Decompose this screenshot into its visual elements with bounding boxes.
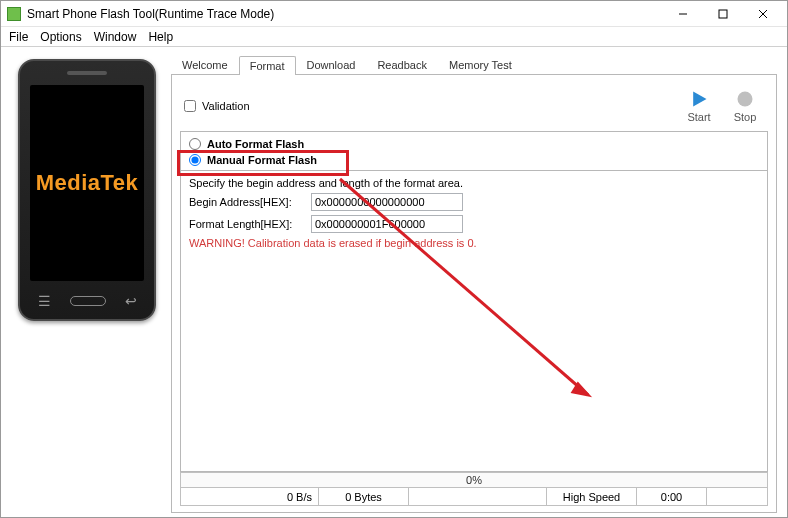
home-softkey-icon [70,296,106,306]
status-bytes: 0 Bytes [319,488,409,505]
status-mode: High Speed [547,488,637,505]
progress-bar: 0% [180,472,768,488]
bottom-bars: 0% 0 B/s 0 Bytes High Speed 0:00 [180,472,768,506]
format-toolbar: Validation Start Stop [180,81,768,131]
radio-manual-format[interactable]: Manual Format Flash [189,154,759,166]
title-bar: Smart Phone Flash Tool(Runtime Trace Mod… [1,1,787,27]
validation-label: Validation [202,100,250,112]
menu-bar: File Options Window Help [1,27,787,47]
maximize-button[interactable] [703,2,743,26]
menu-options[interactable]: Options [40,30,81,44]
tab-bar: Welcome Format Download Readback Memory … [171,53,777,75]
validation-checkbox[interactable]: Validation [184,100,250,112]
status-bar: 0 B/s 0 Bytes High Speed 0:00 [180,488,768,506]
format-tab-page: Validation Start Stop Auto Format Flash [171,75,777,513]
phone-screen: MediaTek [30,85,144,281]
format-fields-group: Specify the begin address and length of … [180,171,768,472]
fields-description: Specify the begin address and length of … [189,177,759,189]
status-empty [707,488,767,505]
phone-brand-label: MediaTek [36,170,139,196]
validation-checkbox-input[interactable] [184,100,196,112]
format-length-row: Format Length[HEX]: [189,215,759,233]
radio-auto-format-label: Auto Format Flash [207,138,304,150]
back-softkey-icon: ↩ [125,293,137,309]
begin-address-input[interactable] [311,193,463,211]
app-icon [7,7,21,21]
svg-marker-4 [693,92,706,107]
tab-memory-test[interactable]: Memory Test [438,55,523,74]
play-icon [689,89,709,109]
tab-readback[interactable]: Readback [366,55,438,74]
device-preview-pane: MediaTek ☰ ↩ [1,47,171,517]
minimize-button[interactable] [663,2,703,26]
tab-format[interactable]: Format [239,56,296,75]
menu-softkey-icon: ☰ [38,293,51,309]
menu-file[interactable]: File [9,30,28,44]
phone-nav-buttons: ☰ ↩ [20,289,154,319]
svg-point-5 [738,92,753,107]
menu-window[interactable]: Window [94,30,137,44]
close-button[interactable] [743,2,783,26]
format-length-input[interactable] [311,215,463,233]
stop-button[interactable]: Stop [722,89,768,123]
format-length-label: Format Length[HEX]: [189,218,305,230]
status-gap [409,488,547,505]
format-warning-text: WARNING! Calibration data is erased if b… [189,237,759,249]
window-title: Smart Phone Flash Tool(Runtime Trace Mod… [27,7,274,21]
start-button-label: Start [687,111,710,123]
stop-button-label: Stop [734,111,757,123]
radio-manual-format-label: Manual Format Flash [207,154,317,166]
begin-address-row: Begin Address[HEX]: [189,193,759,211]
begin-address-label: Begin Address[HEX]: [189,196,305,208]
radio-auto-format-input[interactable] [189,138,201,150]
phone-graphic: MediaTek ☰ ↩ [18,59,156,321]
radio-manual-format-input[interactable] [189,154,201,166]
stop-icon [735,89,755,109]
status-rate: 0 B/s [181,488,319,505]
format-mode-group: Auto Format Flash Manual Format Flash [180,131,768,171]
progress-percent: 0% [466,474,482,486]
tab-welcome[interactable]: Welcome [171,55,239,74]
status-time: 0:00 [637,488,707,505]
svg-rect-1 [719,10,727,18]
phone-speaker [67,71,107,75]
start-button[interactable]: Start [676,89,722,123]
menu-help[interactable]: Help [148,30,173,44]
tab-download[interactable]: Download [296,55,367,74]
radio-auto-format[interactable]: Auto Format Flash [189,138,759,150]
